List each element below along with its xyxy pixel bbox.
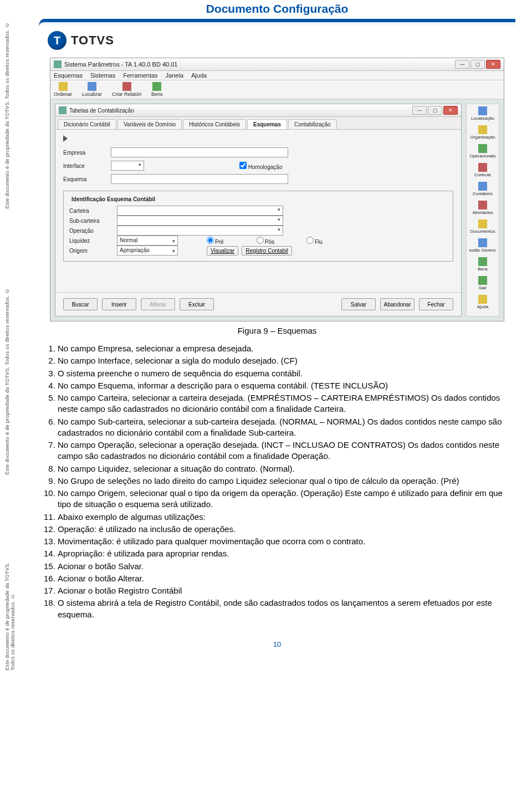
step-3: O sistema preenche o numero de sequência… xyxy=(58,368,515,379)
figure-caption: Figura 9 – Esquemas xyxy=(39,326,515,335)
manage-icon xyxy=(478,238,487,247)
menu-janela[interactable]: Janela xyxy=(166,72,183,79)
exit-icon xyxy=(478,276,487,285)
org-icon xyxy=(478,125,487,134)
step-12: Operação: é utilizado na inclusão de ope… xyxy=(58,524,515,535)
find-icon xyxy=(88,82,96,91)
btn-alterar[interactable]: Alterar xyxy=(141,298,175,310)
tab-dicionario[interactable]: Dicionário Contábil xyxy=(58,119,116,129)
menu-esquemas[interactable]: Esquemas xyxy=(54,72,83,79)
doc-title: Documento Configuração xyxy=(206,2,349,16)
label-liquidez: Liquidez xyxy=(69,238,114,244)
combo-subcarteira[interactable] xyxy=(117,216,283,226)
play-icon[interactable] xyxy=(63,135,68,142)
menubar: Esquemas Sistemas Ferramentas Janela Aju… xyxy=(50,71,504,80)
step-7: No campo Operação, selecionar a operação… xyxy=(58,440,515,462)
sp-gerenc[interactable]: estão Gerenc xyxy=(469,238,496,253)
step-18: O sistema abrirá a tela de Registro Cont… xyxy=(58,597,515,620)
step-6: No campo Sub-carteira, selecionar a sub-… xyxy=(58,416,515,439)
btn-visualizar[interactable]: Visualizar xyxy=(207,246,238,255)
combo-carteira[interactable] xyxy=(117,206,283,216)
tab-historicos[interactable]: Históricos Contábeis xyxy=(183,119,246,129)
tb-relatorio[interactable]: Criar Relatóri xyxy=(112,82,141,97)
side-copyright-1: Este documento é de propriedade da TOTVS… xyxy=(4,22,10,209)
inner-window: Tabelas de Contabilização — ▢ ✕ Dicionár… xyxy=(55,104,462,316)
ops-icon xyxy=(478,144,487,153)
label-homolog: Homologação xyxy=(248,164,283,170)
btn-inserir[interactable]: Inserir xyxy=(102,298,136,310)
toolbar: Ordenar Localizar Criar Relatóri Bens xyxy=(50,80,504,99)
step-2: No campo Interface, selecionar a sigla d… xyxy=(58,355,515,366)
label-subcarteira: Sub-carteira xyxy=(69,218,114,224)
combo-interface[interactable] xyxy=(111,161,144,171)
tb-ordenar[interactable]: Ordenar xyxy=(54,82,72,97)
maximize-button[interactable]: ▢ xyxy=(470,60,485,69)
sp-operacionais[interactable]: Operacionais xyxy=(469,144,495,159)
step-9: No Grupo de seleções no lado direito do … xyxy=(58,476,515,487)
step-4: No campo Esquema, informar a descrição p… xyxy=(58,380,515,391)
menu-ajuda[interactable]: Ajuda xyxy=(191,72,207,79)
check-homolog[interactable] xyxy=(239,162,247,169)
side-copyright-2: Este documento é de propriedade da TOTVS… xyxy=(4,288,10,475)
activities-icon xyxy=(478,201,487,209)
help-icon xyxy=(478,295,487,304)
radio-pre[interactable]: Pré xyxy=(207,237,251,245)
sp-documentos[interactable]: Documentos xyxy=(470,219,495,234)
app-screenshot: Sistema Parâmetros - TA 1.40.0 BD 40.01 … xyxy=(50,58,504,321)
sp-contabeis[interactable]: Contábeis xyxy=(473,182,493,196)
sort-icon xyxy=(59,82,68,91)
radio-pos[interactable]: Pós xyxy=(257,237,301,245)
brand: T TOTVS xyxy=(48,31,515,50)
label-empresa: Empresa xyxy=(63,150,108,156)
label-esquema: Esquema xyxy=(63,176,108,182)
combo-operacao[interactable] xyxy=(117,226,283,236)
money-icon xyxy=(152,82,161,91)
step-15: Acionar o botão Salvar. xyxy=(58,561,515,572)
btn-salvar[interactable]: Salvar xyxy=(341,298,376,310)
btn-fechar[interactable]: Fechar xyxy=(419,298,453,310)
btn-registro-contabil[interactable]: Registro Contabil xyxy=(242,246,292,255)
btn-excluir[interactable]: Excluir xyxy=(180,298,214,310)
menu-sistemas[interactable]: Sistemas xyxy=(90,72,115,79)
step-5: No campo Carteira, selecionar a carteira… xyxy=(58,392,515,415)
inner-window-title: Tabelas de Contabilização xyxy=(69,108,134,114)
step-14: Apropriação: é utilizada para apropriar … xyxy=(58,548,515,559)
combo-origem[interactable]: Apropriação xyxy=(117,246,178,255)
close-button[interactable]: ✕ xyxy=(486,60,500,69)
outer-titlebar: Sistema Parâmetros - TA 1.40.0 BD 40.01 … xyxy=(50,58,504,71)
input-empresa[interactable] xyxy=(111,147,288,157)
page-number: 10 xyxy=(39,640,515,648)
sp-organizacao[interactable]: Organização xyxy=(470,125,495,140)
tab-variaveis[interactable]: Variáveis de Domínio xyxy=(117,119,182,129)
inner-minimize-button[interactable]: — xyxy=(412,106,427,115)
radio-flu[interactable]: Flu xyxy=(306,237,351,245)
location-icon xyxy=(478,106,487,115)
minimize-button[interactable]: — xyxy=(455,60,469,69)
btn-abandonar[interactable]: Abandonar xyxy=(380,298,415,310)
menu-ferramentas[interactable]: Ferramentas xyxy=(123,72,157,79)
docs-icon xyxy=(478,219,487,228)
btn-buscar[interactable]: Buscar xyxy=(63,298,98,310)
button-row: Buscar Inserir Alterar Excluir Salvar Ab… xyxy=(55,292,461,316)
sp-bens[interactable]: Bens xyxy=(478,257,488,272)
step-11: Abaixo exemplo de algumas utilizações: xyxy=(58,512,515,523)
combo-liquidez[interactable]: Normal xyxy=(117,236,178,246)
step-16: Acionar o botão Alterar. xyxy=(58,573,515,584)
side-panel: Localização Organização Operacionais Con… xyxy=(466,104,499,316)
tab-esquemas[interactable]: Esquemas xyxy=(247,119,287,129)
inner-maximize-button[interactable]: ▢ xyxy=(428,106,442,115)
inner-close-button[interactable]: ✕ xyxy=(443,106,458,115)
tb-localizar[interactable]: Localizar xyxy=(82,82,102,97)
app-icon xyxy=(54,60,62,68)
sp-sair[interactable]: Sair xyxy=(478,276,487,290)
sp-localizacao[interactable]: Localização xyxy=(471,106,494,121)
label-interface: Interface xyxy=(63,163,108,169)
sp-controle[interactable]: Controle xyxy=(474,163,491,177)
sp-atividades[interactable]: Atividades xyxy=(473,201,493,215)
tab-contabilizacao[interactable]: Contabilização xyxy=(288,119,337,129)
sp-ajuda[interactable]: Ajuda xyxy=(477,295,488,309)
report-icon xyxy=(122,82,131,91)
tb-bens[interactable]: Bens xyxy=(151,82,163,97)
control-icon xyxy=(478,163,487,172)
input-esquema[interactable] xyxy=(111,174,288,184)
